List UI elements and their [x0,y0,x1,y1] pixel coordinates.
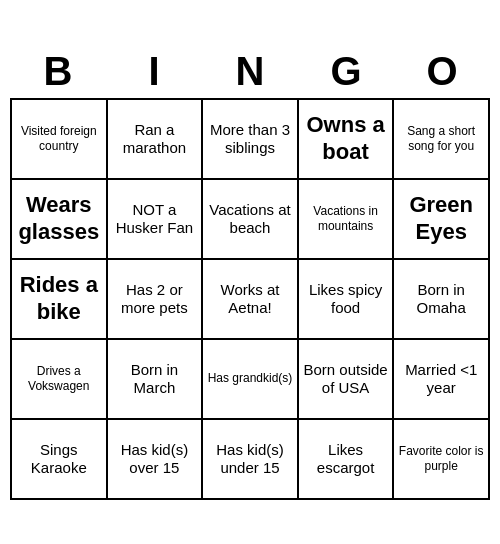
bingo-cell[interactable]: Owns a boat [299,100,395,180]
bingo-cell[interactable]: Ran a marathon [108,100,204,180]
bingo-cell-text: Ran a marathon [112,121,198,157]
bingo-cell[interactable]: Has grandkid(s) [203,340,299,420]
bingo-header-letter: B [10,45,106,98]
bingo-header: BINGO [10,45,490,98]
bingo-cell[interactable]: Vacations at beach [203,180,299,260]
bingo-cell[interactable]: Vacations in mountains [299,180,395,260]
bingo-cell-text: Rides a bike [16,272,102,325]
bingo-cell[interactable]: Rides a bike [12,260,108,340]
bingo-cell[interactable]: Green Eyes [394,180,490,260]
bingo-cell[interactable]: Has 2 or more pets [108,260,204,340]
bingo-cell-text: Wears glasses [16,192,102,245]
bingo-cell[interactable]: Likes escargot [299,420,395,500]
bingo-cell[interactable]: Born outside of USA [299,340,395,420]
bingo-cell[interactable]: Wears glasses [12,180,108,260]
bingo-cell-text: Likes escargot [303,441,389,477]
bingo-cell-text: Visited foreign country [16,124,102,153]
bingo-cell-text: NOT a Husker Fan [112,201,198,237]
bingo-cell-text: Works at Aetna! [207,281,293,317]
bingo-cell[interactable]: Born in March [108,340,204,420]
bingo-cell-text: Vacations in mountains [303,204,389,233]
bingo-cell[interactable]: More than 3 siblings [203,100,299,180]
bingo-cell-text: Sang a short song for you [398,124,484,153]
bingo-cell-text: Married <1 year [398,361,484,397]
bingo-cell-text: More than 3 siblings [207,121,293,157]
bingo-cell-text: Has 2 or more pets [112,281,198,317]
bingo-cell[interactable]: Sang a short song for you [394,100,490,180]
bingo-cell[interactable]: Has kid(s) over 15 [108,420,204,500]
bingo-cell[interactable]: Works at Aetna! [203,260,299,340]
bingo-cell-text: Likes spicy food [303,281,389,317]
bingo-cell-text: Has kid(s) over 15 [112,441,198,477]
bingo-cell-text: Born in March [112,361,198,397]
bingo-header-letter: O [394,45,490,98]
bingo-cell[interactable]: NOT a Husker Fan [108,180,204,260]
bingo-cell-text: Has grandkid(s) [208,371,293,385]
bingo-cell[interactable]: Favorite color is purple [394,420,490,500]
bingo-cell-text: Owns a boat [303,112,389,165]
bingo-grid: Visited foreign countryRan a marathonMor… [10,98,490,500]
bingo-header-letter: I [106,45,202,98]
bingo-cell-text: Born in Omaha [398,281,484,317]
bingo-cell[interactable]: Likes spicy food [299,260,395,340]
bingo-cell[interactable]: Has kid(s) under 15 [203,420,299,500]
bingo-cell-text: Favorite color is purple [398,444,484,473]
bingo-cell[interactable]: Drives a Vokswagen [12,340,108,420]
bingo-header-letter: G [298,45,394,98]
bingo-cell[interactable]: Visited foreign country [12,100,108,180]
bingo-cell[interactable]: Sings Karaoke [12,420,108,500]
bingo-cell-text: Green Eyes [398,192,484,245]
bingo-header-letter: N [202,45,298,98]
bingo-cell-text: Vacations at beach [207,201,293,237]
bingo-cell-text: Has kid(s) under 15 [207,441,293,477]
bingo-cell[interactable]: Married <1 year [394,340,490,420]
bingo-card: BINGO Visited foreign countryRan a marat… [10,45,490,500]
bingo-cell-text: Born outside of USA [303,361,389,397]
bingo-cell-text: Sings Karaoke [16,441,102,477]
bingo-cell-text: Drives a Vokswagen [16,364,102,393]
bingo-cell[interactable]: Born in Omaha [394,260,490,340]
